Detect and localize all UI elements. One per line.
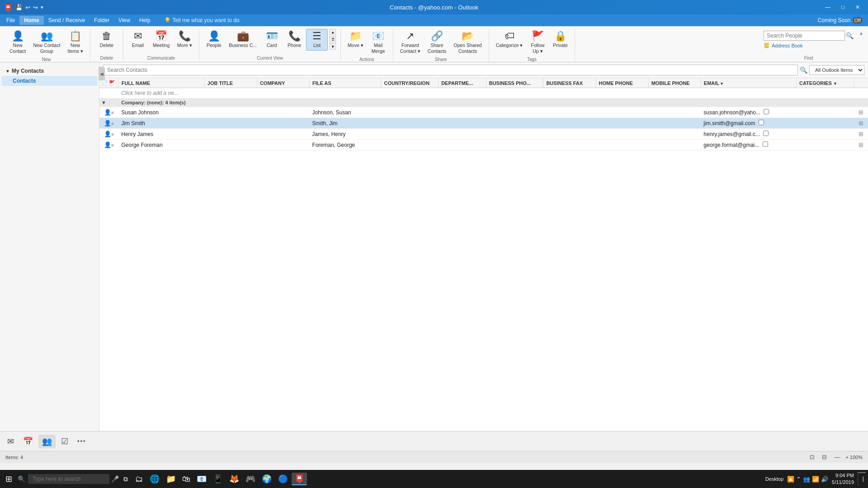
desktop-label[interactable]: Desktop <box>765 476 783 482</box>
sidebar-section-my-contacts[interactable]: ▼ My Contacts <box>2 66 97 76</box>
taskbar-firefox[interactable]: 🦊 <box>226 473 242 485</box>
row-action[interactable]: ⊞ <box>854 107 868 118</box>
view-scroll-mid[interactable]: ☰ <box>330 36 336 42</box>
row-action[interactable]: ⊞ <box>854 140 868 150</box>
menu-view[interactable]: View <box>114 16 135 25</box>
tell-me-bar[interactable]: 💡 Tell me what you want to do <box>164 17 240 23</box>
status-zoom-minus[interactable]: — <box>832 453 842 461</box>
table-row[interactable]: 👤≡ Henry James James, Henry henry.james@… <box>99 129 868 140</box>
coming-soon-btn[interactable]: Coming Soon Off <box>814 16 866 24</box>
chevron-icon[interactable]: ⌃ <box>796 476 801 483</box>
view-scroll-down[interactable]: ▼ <box>330 43 336 50</box>
address-book-btn[interactable]: 📒 Address Book <box>764 42 854 48</box>
col-header-bizphone[interactable]: BUSINESS PHO... <box>486 78 543 88</box>
redo-icon[interactable]: ↪ <box>33 4 38 11</box>
status-card-view-btn[interactable]: ⊟ <box>820 453 829 461</box>
taskbar-explorer2[interactable]: 📁 <box>163 473 179 485</box>
view-phone-button[interactable]: 📞 Phone <box>283 29 305 51</box>
maximize-button[interactable]: □ <box>837 2 849 12</box>
cortana-icon[interactable]: 🎤 <box>109 475 121 483</box>
contact-search-button[interactable]: 🔍 <box>800 66 807 74</box>
col-header-country[interactable]: COUNTRY/REGION <box>381 78 439 88</box>
open-shared-contacts-button[interactable]: 📂 Open SharedContacts <box>450 29 485 56</box>
categorize-button[interactable]: 🏷 Categorize ▾ <box>493 29 526 51</box>
view-people-button[interactable]: 👤 People <box>203 29 225 51</box>
menu-folder[interactable]: Folder <box>90 16 114 25</box>
taskbar-game[interactable]: 🎮 <box>243 473 258 485</box>
table-row[interactable]: 👤≡ Jim Smith Smith, Jim jim.smith@gmail.… <box>99 118 868 129</box>
categories-filter-icon[interactable]: ▼ <box>833 81 837 86</box>
quick-save-icon[interactable]: 💾 <box>15 4 23 11</box>
sidebar-item-contacts[interactable]: Contacts <box>2 76 97 86</box>
col-header-company[interactable]: COMPANY <box>257 78 309 88</box>
row-email-checkbox[interactable] <box>764 109 769 114</box>
row-email-checkbox[interactable] <box>759 120 764 125</box>
col-header-categories[interactable]: CATEGORIES ▼ <box>797 78 854 88</box>
show-desktop-button[interactable]: ▕ <box>858 472 866 486</box>
new-contact-group-button[interactable]: 👥 New ContactGroup <box>30 29 63 56</box>
mail-merge-button[interactable]: 📧 MailMerge <box>368 29 389 56</box>
col-header-bizfax[interactable]: BUSINESS FAX <box>543 78 596 88</box>
new-items-button[interactable]: 📋 NewItems ▾ <box>64 29 86 56</box>
col-header-fileas[interactable]: FILE AS <box>310 78 381 88</box>
start-button[interactable]: ⊞ <box>2 474 16 484</box>
col-header-fullname[interactable]: FULL NAME <box>118 78 204 88</box>
row-email-checkbox[interactable] <box>763 141 768 147</box>
group-header-arrow-cell[interactable]: ▼ <box>99 99 118 107</box>
private-button[interactable]: 🔒 Private <box>549 29 571 51</box>
close-button[interactable]: ✕ <box>851 2 864 12</box>
customize-icon[interactable]: ▾ <box>41 5 43 10</box>
email-button[interactable]: ✉ Email <box>127 29 149 51</box>
taskbar-outlook-pin[interactable]: 📧 <box>194 473 209 485</box>
taskbar-search-input[interactable] <box>28 474 109 484</box>
forward-contact-button[interactable]: ↗ ForwardContact ▾ <box>397 29 424 56</box>
email-col-dropdown-icon[interactable]: ▾ <box>721 81 723 86</box>
search-people-input[interactable] <box>764 31 845 41</box>
taskbar-outlook-active[interactable]: 📮 <box>292 473 307 485</box>
row-action[interactable]: ⊞ <box>854 129 868 140</box>
taskbar-circle[interactable]: 🔵 <box>275 473 291 485</box>
nav-tasks-button[interactable]: ☑ <box>57 435 72 448</box>
status-list-view-btn[interactable]: ⊡ <box>808 453 816 461</box>
menu-home[interactable]: Home <box>19 16 43 25</box>
meeting-button[interactable]: 📅 Meeting <box>150 29 173 51</box>
nav-people-button[interactable]: 👥 <box>38 435 56 448</box>
add-row-label[interactable]: Click here to add a ne... <box>118 88 868 99</box>
view-list-button[interactable]: ☰ List <box>306 29 328 51</box>
search-button[interactable]: 🔍 <box>16 475 27 483</box>
row-email-checkbox[interactable] <box>763 131 769 136</box>
taskbar-edge[interactable]: 🌐 <box>147 473 162 485</box>
table-row[interactable]: 👤≡ George Foreman Foreman, George george… <box>99 140 868 150</box>
menu-help[interactable]: Help <box>135 16 155 25</box>
new-contact-button[interactable]: 👤 NewContact <box>6 29 29 56</box>
col-header-mobilephone[interactable]: MOBILE PHONE <box>648 78 701 88</box>
menu-file[interactable]: File <box>2 16 19 25</box>
col-header-jobtitle[interactable]: JOB TITLE <box>204 78 257 88</box>
search-people-button[interactable]: 🔍 <box>846 32 854 39</box>
add-contact-row[interactable]: Click here to add a ne... <box>99 88 868 99</box>
taskbar-file-explorer[interactable]: 🗂 <box>132 474 146 485</box>
task-view-button[interactable]: ⧉ <box>121 475 131 483</box>
taskbar-globe[interactable]: 🌍 <box>259 473 274 485</box>
sidebar-collapse-button[interactable]: ◀ <box>99 67 105 80</box>
view-card-button[interactable]: 🪪 Card <box>261 29 283 51</box>
delete-button[interactable]: 🗑 Delete <box>96 29 118 51</box>
taskbar-clock[interactable]: 9:04 PM 5/11/2019 <box>832 472 854 486</box>
nav-mail-button[interactable]: ✉ <box>4 435 18 448</box>
col-header-dept[interactable]: DEPARTME... <box>439 78 486 88</box>
nav-more-button[interactable]: ••• <box>74 436 90 446</box>
col-header-email[interactable]: EMAIL ▾ <box>701 78 796 88</box>
col-header-homephone[interactable]: HOME PHONE <box>596 78 648 88</box>
share-contacts-button[interactable]: 🔗 ShareContacts <box>425 29 449 56</box>
row-action[interactable]: ⊞ <box>854 118 868 129</box>
minimize-button[interactable]: — <box>821 2 835 12</box>
table-row[interactable]: 👤≡ Susan Johnson Johnson, Susan susan.jo… <box>99 107 868 118</box>
filter-dropdown[interactable]: All Outlook Items <box>809 65 864 75</box>
move-button[interactable]: 📁 Move ▾ <box>344 29 367 51</box>
undo-icon[interactable]: ↩ <box>25 4 30 11</box>
follow-up-button[interactable]: 🚩 FollowUp ▾ <box>527 29 548 56</box>
nav-calendar-button[interactable]: 📅 <box>19 435 37 448</box>
view-business-card-button[interactable]: 💼 Business C... <box>226 29 260 51</box>
menu-send-receive[interactable]: Send / Receive <box>44 16 90 25</box>
taskbar-phone-app[interactable]: 📱 <box>210 473 226 485</box>
